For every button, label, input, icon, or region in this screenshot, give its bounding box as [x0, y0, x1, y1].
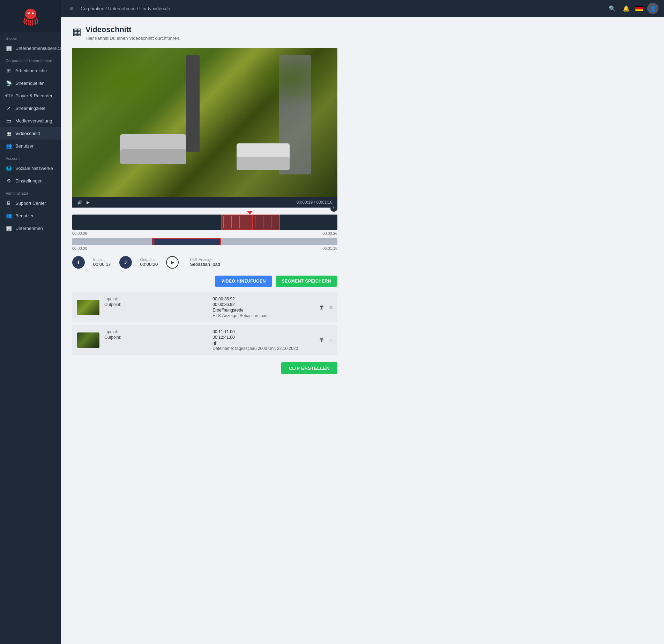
hls-group: HLS-Anzeige Sebastian Ipad [190, 257, 220, 267]
play-button[interactable]: ▶ [87, 200, 90, 205]
segment-1-actions: 🗑 ≡ [319, 304, 333, 310]
segment-2-delete-button[interactable]: 🗑 [319, 337, 324, 343]
page-subtitle: Hier kannst Du einen Videoschnitt durchf… [85, 36, 180, 41]
sidebar-item-medienverwaltung[interactable]: 🗃 Medienverwaltung [0, 114, 61, 127]
outpoint-label: Outpoint [140, 257, 158, 262]
svg-point-0 [25, 9, 36, 19]
sidebar-section-administrator: Administrator [0, 187, 61, 197]
video-scene [72, 48, 337, 197]
topbar: ≡ Corporation / Unternehmen / film-tv-vi… [61, 0, 664, 17]
sidebar-logo [0, 0, 61, 32]
sidebar-item-streamquellen[interactable]: 📡 Streamquellen [0, 77, 61, 89]
users-icon: 👥 [6, 143, 12, 149]
sidebar-item-videoschnitt[interactable]: ▦ Videoschnitt [0, 127, 61, 140]
segment-thumbnail-1 [77, 300, 99, 315]
page-title: Videoschnitt [85, 25, 180, 34]
preview-play-button[interactable]: ▶ [166, 256, 179, 269]
segment-1-outpoint-label: Outpoint: [104, 302, 206, 307]
inpoint-button[interactable]: I [72, 256, 85, 269]
segment-item: Inpoint: 00:11:11.00 Outpoint: 00:12:41.… [72, 325, 337, 355]
language-flag-icon[interactable] [635, 6, 643, 11]
player-time: 00:00:19 / 00:01:18 [297, 200, 333, 205]
segment-1-title: Eroeffnungsrede [212, 308, 314, 313]
sidebar-item-player-recorder[interactable]: HTTP Player & Recorder [0, 89, 61, 102]
video-hinzufuegen-button[interactable]: VIDEO HINZUFÜGEN [215, 276, 272, 287]
main: ≡ Corporation / Unternehmen / film-tv-vi… [61, 0, 664, 644]
segment-2-drag-handle[interactable]: ≡ [329, 337, 333, 343]
segment-1-outpoint-value: 00:00:36.92 [212, 302, 314, 307]
segment-2-outpoint-label: Outpoint: [104, 335, 206, 340]
outpoint-value: 00:00:20 [140, 262, 158, 267]
sidebar-item-unternehmen[interactable]: 🏢 Unternehmen [0, 222, 61, 234]
segment-2-inpoint-value: 00:11:11.00 [212, 329, 314, 334]
page-header: ▦ Videoschnitt Hier kannst Du einen Vide… [72, 25, 653, 41]
timeline-start-time: 00:00:09 [72, 231, 87, 235]
breadcrumb: Corporation / Unternehmen / film-tv-vide… [81, 6, 603, 11]
sidebar-item-streamingziele[interactable]: ↗ Streamingziele [0, 102, 61, 114]
page-header-text: Videoschnitt Hier kannst Du einen Videos… [85, 25, 180, 41]
segment-1-inpoint-value: 00:00:35.92 [212, 297, 314, 301]
globe-icon: 🌐 [6, 165, 12, 171]
timeline-selected-region-1[interactable] [221, 215, 253, 230]
sidebar-item-soziale-netzwerke[interactable]: 🌐 Soziale Netzwerke [0, 162, 61, 174]
timeline-timestamps: 00:00:09 00:00:26 [72, 231, 337, 235]
segment-2-outpoint-value: 00:12:41.00 [212, 335, 314, 340]
segment-item: Inpoint: 00:00:35.92 Outpoint: 00:00:36.… [72, 292, 337, 322]
volume-icon[interactable]: 🔊 [77, 200, 82, 205]
inpoint-group: Inpoint 00:00:17 [93, 257, 111, 267]
video-cut-icon: ▦ [6, 130, 12, 136]
segment-1-delete-button[interactable]: 🗑 [319, 304, 324, 310]
users2-icon: 👥 [6, 212, 12, 219]
segment-2-title: gj [212, 340, 314, 345]
video-player[interactable] [72, 48, 337, 197]
sidebar-item-unternehmensübersicht[interactable]: 🏢 Unternehmensübersicht [0, 42, 61, 54]
content: ▦ Videoschnitt Hier kannst Du einen Vide… [61, 17, 664, 644]
sidebar-item-support-center[interactable]: 🖥 Support Center [0, 197, 61, 209]
segment-1-drag-handle[interactable]: ≡ [329, 304, 333, 310]
timeline-selected-region-2[interactable] [253, 215, 279, 230]
segment-speichern-button[interactable]: SEGMENT SPEICHERN [276, 276, 337, 287]
timeline-mini-start-time: 00:00:00 [72, 246, 87, 250]
bell-icon[interactable]: 🔔 [621, 3, 631, 13]
inpoint-value: 00:00:17 [93, 262, 111, 267]
sidebar-item-admin-benutzer[interactable]: 👥 Benutzer [0, 209, 61, 222]
timeline-mini-range[interactable] [152, 238, 221, 245]
segment-1-hls: HLS-Anzeige: Sebastian Ipad [212, 313, 314, 318]
sidebar-item-benutzer[interactable]: 👥 Benutzer [0, 140, 61, 152]
timeline-main[interactable] [72, 215, 337, 230]
search-icon[interactable]: 🔍 [607, 3, 617, 13]
monitor-icon: 🖥 [6, 200, 12, 206]
outpoint-button[interactable]: J [119, 256, 132, 269]
segment-2-actions: 🗑 ≡ [319, 337, 333, 343]
timeline-info-button[interactable]: ℹ [330, 205, 337, 212]
menu-icon[interactable]: ≡ [67, 3, 76, 13]
hls-value: Sebastian Ipad [190, 262, 220, 267]
signal-icon: 📡 [6, 80, 12, 86]
timeline-mini-end-time: 00:01:18 [322, 246, 337, 250]
timeline-mini[interactable] [72, 238, 337, 245]
hls-label: HLS-Anzeige [190, 257, 220, 262]
segment-thumbnail-2 [77, 332, 99, 348]
gear-icon: ⚙ [6, 178, 12, 184]
player-controls-bar: 🔊 ▶ 00:00:19 / 00:01:18 [72, 197, 337, 208]
segment-1-info: Inpoint: 00:00:35.92 Outpoint: 00:00:36.… [104, 297, 314, 318]
avatar[interactable]: 👤 [647, 3, 658, 14]
http-icon: HTTP [6, 92, 12, 99]
segment-2-hls: Dateiname: tagesschau 2000 Uhr, 22.10.20… [212, 346, 314, 351]
page-title-icon: ▦ [72, 26, 81, 37]
building-icon: 🏢 [6, 45, 12, 51]
timeline-mini-handle-right[interactable] [220, 238, 221, 245]
timeline-section: ℹ [72, 213, 337, 250]
sidebar-item-arbeitsbereiche[interactable]: ⊞ Arbeitsbereiche [0, 64, 61, 77]
clip-create-bar: CLIP ERSTELLEN [72, 362, 337, 374]
inout-controls: I Inpoint 00:00:17 J Outpoint 00:00:20 ▶… [72, 256, 337, 269]
timeline-cursor[interactable] [247, 211, 253, 215]
company-icon: 🏢 [6, 225, 12, 231]
clip-erstellen-button[interactable]: CLIP ERSTELLEN [281, 362, 337, 374]
sidebar-item-einstellungen[interactable]: ⚙ Einstellungen [0, 174, 61, 187]
segment-list: Inpoint: 00:00:35.92 Outpoint: 00:00:36.… [72, 292, 337, 355]
timeline-mini-handle-left[interactable] [152, 238, 154, 245]
timeline-mini-timestamps: 00:00:00 00:01:18 [72, 246, 337, 250]
segment-1-inpoint-label: Inpoint: [104, 297, 206, 301]
segment-2-inpoint-label: Inpoint: [104, 329, 206, 334]
